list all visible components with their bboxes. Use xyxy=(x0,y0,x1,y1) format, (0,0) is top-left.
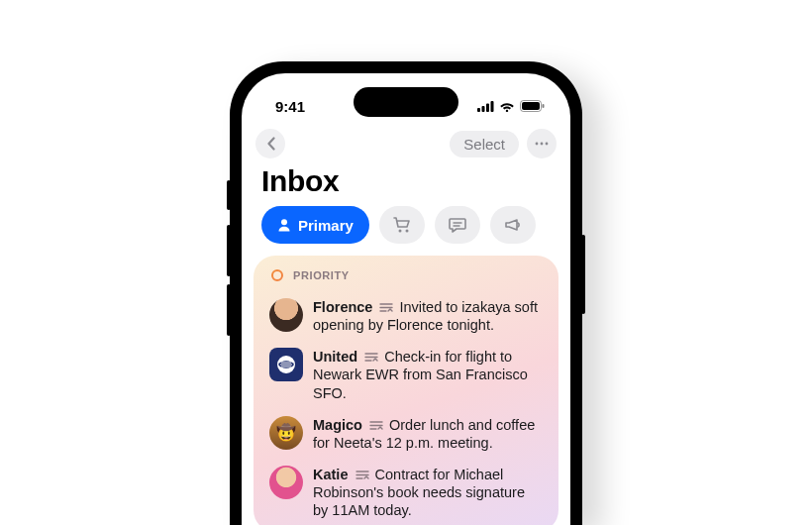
status-time: 9:41 xyxy=(275,98,305,115)
chat-icon xyxy=(448,216,467,234)
volume-up-button xyxy=(227,225,231,276)
svg-point-15 xyxy=(272,270,282,280)
ellipsis-icon xyxy=(535,142,549,146)
avatar xyxy=(269,348,303,381)
svg-rect-5 xyxy=(522,102,540,110)
item-body: Magico Order lunch and coffee for Neeta'… xyxy=(313,416,543,452)
svg-point-8 xyxy=(541,143,544,146)
svg-rect-1 xyxy=(482,106,485,112)
priority-item[interactable]: Florence Invited to izakaya soft opening… xyxy=(267,291,545,341)
summary-icon xyxy=(355,470,369,480)
back-button[interactable] xyxy=(255,129,285,158)
page-title: Inbox xyxy=(242,160,570,206)
select-label: Select xyxy=(463,136,505,153)
summary-icon xyxy=(364,352,378,363)
sender-name: United xyxy=(313,349,357,365)
summary-icon xyxy=(379,302,393,313)
priority-item[interactable]: 🤠 Magico Order lunch and coffee for Neet… xyxy=(267,409,545,459)
avatar xyxy=(269,466,303,499)
tab-transactions[interactable] xyxy=(379,206,425,244)
cart-icon xyxy=(392,216,412,234)
battery-icon xyxy=(520,100,545,112)
avatar: 🤠 xyxy=(269,416,303,450)
priority-item[interactable]: Katie Contract for Michael Robinson's bo… xyxy=(267,459,545,525)
select-button[interactable]: Select xyxy=(450,131,519,158)
svg-point-10 xyxy=(281,219,287,225)
svg-rect-0 xyxy=(477,108,480,112)
status-icons xyxy=(477,100,545,112)
svg-rect-2 xyxy=(486,103,489,112)
person-icon xyxy=(277,218,291,232)
screen: 9:41 Select xyxy=(242,73,570,525)
svg-rect-6 xyxy=(543,104,545,108)
iphone-frame: 9:41 Select xyxy=(230,61,582,525)
priority-card: PRIORITY Florence Invited to izakaya sof… xyxy=(254,256,558,525)
svg-point-12 xyxy=(405,230,408,233)
svg-point-7 xyxy=(536,143,539,146)
side-button xyxy=(227,180,231,210)
volume-down-button xyxy=(227,284,231,336)
svg-rect-3 xyxy=(491,101,494,112)
category-tabs: Primary xyxy=(242,206,570,256)
sender-name: Katie xyxy=(313,467,348,482)
chevron-left-icon xyxy=(266,137,275,151)
intelligence-icon xyxy=(269,267,285,283)
item-body: Katie Contract for Michael Robinson's bo… xyxy=(313,466,543,519)
tab-primary[interactable]: Primary xyxy=(261,206,369,244)
megaphone-icon xyxy=(503,216,523,234)
item-body: United Check-in for flight to Newark EWR… xyxy=(313,348,543,401)
svg-point-9 xyxy=(546,143,549,146)
svg-point-11 xyxy=(398,230,401,233)
power-button xyxy=(581,235,585,314)
summary-icon xyxy=(369,420,383,431)
wifi-icon xyxy=(499,101,515,112)
tab-primary-label: Primary xyxy=(298,217,354,234)
avatar xyxy=(269,298,303,332)
item-body: Florence Invited to izakaya soft opening… xyxy=(313,298,543,334)
priority-header: PRIORITY xyxy=(267,267,545,291)
tab-updates[interactable] xyxy=(435,206,480,244)
tab-promotions[interactable] xyxy=(490,206,536,244)
sender-name: Florence xyxy=(313,299,372,315)
sender-name: Magico xyxy=(313,417,362,433)
more-button[interactable] xyxy=(527,129,557,158)
dynamic-island xyxy=(354,87,458,117)
priority-heading-label: PRIORITY xyxy=(293,269,350,281)
cellular-icon xyxy=(477,101,494,112)
nav-bar: Select xyxy=(242,121,570,160)
priority-item[interactable]: United Check-in for flight to Newark EWR… xyxy=(267,341,545,408)
